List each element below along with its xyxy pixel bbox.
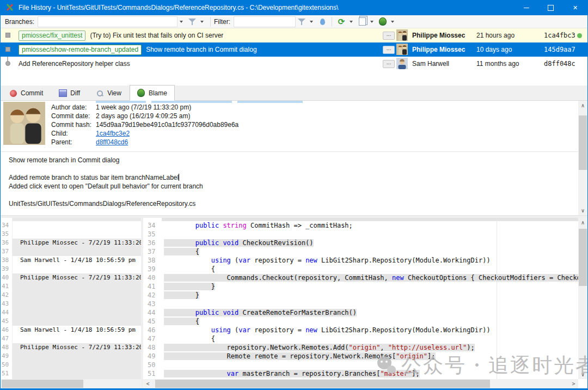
blame-author-line <box>13 361 141 369</box>
tab-blame[interactable]: Blame <box>130 85 175 101</box>
branches-combobox[interactable] <box>38 16 177 27</box>
commit-row[interactable]: Add ReferenceRepository helper class...S… <box>1 57 587 71</box>
settings-dropdown-icon[interactable] <box>391 21 394 23</box>
settings-bug-icon[interactable] <box>378 17 387 26</box>
blame-author-line <box>13 265 141 273</box>
code-line: } <box>162 291 578 300</box>
line-number: 50 <box>2 361 12 369</box>
tab-view[interactable]: View <box>88 86 129 100</box>
commit-row[interactable]: pmiossec/show-remote-branch_updatedShow … <box>1 42 587 57</box>
more-button[interactable]: ... <box>383 60 395 68</box>
commit-message-line <box>9 164 578 173</box>
author-avatar <box>396 29 408 41</box>
commit-message-line: UnitTests/GitUITests/CommandsDialogs/Ref… <box>9 199 578 208</box>
blue-pin-icon[interactable] <box>318 17 327 26</box>
code-token: ]; <box>412 370 419 377</box>
refresh-dropdown-icon[interactable] <box>350 21 353 23</box>
toolbar-separator <box>210 17 211 27</box>
code-token: repository = <box>250 257 305 264</box>
code-horizontal-scrollbar[interactable]: < > <box>143 379 578 388</box>
code-token: public <box>195 239 219 247</box>
code-token: CheckoutRevision() <box>238 239 313 247</box>
branches-dropdown-icon[interactable] <box>180 21 183 23</box>
message-vertical-scrollbar[interactable]: ∧ ∨ <box>578 101 587 215</box>
scrollbar-thumb[interactable] <box>155 380 490 388</box>
blame-highlight: { <box>164 318 199 325</box>
line-number: 35 <box>2 230 12 239</box>
blame-highlight: } <box>164 283 215 290</box>
commit-date: 21 hours ago <box>476 28 514 42</box>
blame-author-line <box>13 291 141 300</box>
commit-info-row: Child:1ca4fbc3e2 <box>51 129 578 138</box>
code-vertical-scrollbar[interactable]: ∧ ∨ <box>578 218 587 379</box>
more-button[interactable]: ... <box>383 46 395 54</box>
blame-author-line: Philippe Miossec - 7/2/19 11:33:20 pm <box>13 273 141 282</box>
blame-highlight: public void CheckoutRevision() <box>164 239 314 247</box>
scroll-right-icon[interactable]: > <box>569 379 578 388</box>
info-value: 2 days ago (16/2/19 4:09:25 am) <box>96 112 190 120</box>
maximize-button[interactable] <box>538 0 563 15</box>
toolbar-separator <box>332 17 332 27</box>
scrollbar-thumb[interactable] <box>579 229 587 286</box>
blame-author-line <box>13 369 141 378</box>
tab-diff[interactable]: Diff <box>51 86 88 100</box>
line-number: 46 <box>2 326 12 334</box>
scroll-up-icon[interactable]: ∧ <box>578 218 587 227</box>
commit-rose-icon <box>9 89 17 97</box>
column-ruler <box>497 218 497 388</box>
blame-bug-icon <box>137 89 145 97</box>
code-token: } <box>164 291 199 299</box>
scroll-down-icon[interactable]: ∨ <box>578 370 587 379</box>
refresh-icon[interactable]: ⟳ <box>337 17 346 26</box>
branch-badge[interactable]: pmiossec/fix_unittest <box>19 31 85 41</box>
code-line <box>162 300 578 308</box>
commit-rose-icon <box>10 90 17 97</box>
branch-filter-funnel-icon[interactable] <box>188 17 197 26</box>
code-token: "master" <box>380 370 412 377</box>
info-label: Parent: <box>51 138 96 147</box>
code-token: void <box>223 309 238 316</box>
blame-authors-content[interactable]: Philippe Miossec - 7/2/19 11:33:20 pmSam… <box>13 218 141 388</box>
line-number: 42 <box>2 291 12 300</box>
scroll-down-icon[interactable]: ∨ <box>578 206 587 215</box>
line-number: 51 <box>148 369 162 378</box>
line-number: 36 <box>148 239 162 247</box>
tab-commit[interactable]: Commit <box>2 86 51 100</box>
branch-filter-dropdown-icon[interactable] <box>200 21 204 23</box>
scrollbar-thumb[interactable] <box>2 380 83 388</box>
filter-dropdown-icon[interactable] <box>310 21 313 23</box>
branch-badge[interactable]: pmiossec/show-remote-branch_updated <box>19 45 142 55</box>
blame-authors-pane[interactable]: 34353637383940414243444546474849505152 P… <box>1 218 141 388</box>
scrollbar-thumb[interactable] <box>579 115 587 170</box>
code-content[interactable]: public string CommitHash => _commitHash;… <box>162 218 578 388</box>
scroll-left-icon[interactable]: < <box>143 379 152 388</box>
scripts-dropdown-icon[interactable] <box>370 21 373 23</box>
code-token <box>164 257 211 264</box>
close-button[interactable]: ✕ <box>563 0 587 15</box>
code-line: { <box>162 334 578 343</box>
commit-info-panel[interactable]: Author date:1 week ago (7/2/19 11:33:20 … <box>1 101 578 151</box>
tab-label: View <box>107 89 121 97</box>
code-line: Remote remote = repository.Network.Remot… <box>162 352 578 361</box>
blame-horizontal-scrollbar[interactable] <box>1 379 141 388</box>
scroll-up-icon[interactable]: ∧ <box>578 101 587 110</box>
commit-message-line: Added remote branch to status bar item b… <box>9 173 578 182</box>
minimize-button[interactable] <box>514 0 538 15</box>
info-label: Child: <box>51 129 96 138</box>
hash-link[interactable]: 1ca4fbc3e2 <box>96 130 130 137</box>
code-line: Commands.Checkout(repository, CommitHash… <box>162 273 578 282</box>
line-number: 47 <box>148 334 162 343</box>
filter-input[interactable] <box>234 16 296 27</box>
code-token: string <box>223 222 246 229</box>
blame-author-line: Philippe Miossec - 7/2/19 11:33:20 pm <box>13 239 141 247</box>
commit-info-row: Commit date:2 days ago (16/2/19 4:09:25 … <box>51 112 578 120</box>
more-button[interactable]: ... <box>383 32 395 40</box>
code-pane[interactable]: 343536373839404142434445464748495051 pub… <box>143 218 578 388</box>
filter-funnel-icon[interactable] <box>297 17 306 26</box>
commit-message-panel[interactable]: Show remote branch in Commit dialog Adde… <box>1 151 578 215</box>
line-number: 40 <box>2 273 12 282</box>
commit-row[interactable]: pmiossec/fix_unittest(Try to) Fix unit t… <box>1 28 587 42</box>
code-token: repository = <box>250 326 305 334</box>
scripts-documents-icon[interactable] <box>358 17 366 26</box>
hash-link[interactable]: d8ff048cd6 <box>96 138 128 146</box>
